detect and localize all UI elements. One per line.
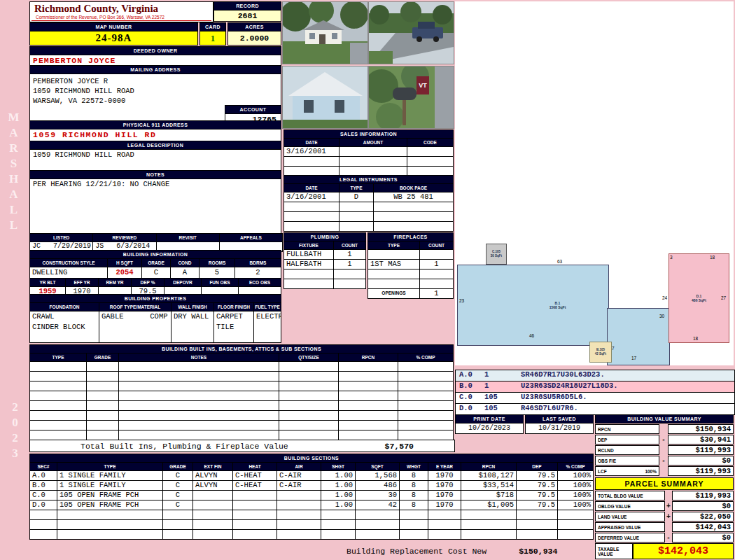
ps-op bbox=[665, 522, 672, 532]
photo-side-thumbnail[interactable] bbox=[282, 66, 368, 129]
col-fireplace-type: TYPE bbox=[368, 241, 419, 249]
sketch-dim: 30 bbox=[659, 314, 664, 318]
empty-cell bbox=[374, 202, 453, 211]
photo-street-thumbnail[interactable] bbox=[368, 1, 454, 64]
code-num: 105 bbox=[484, 393, 521, 403]
empty-cell bbox=[119, 401, 279, 410]
col-fixture: FIXTURE bbox=[284, 241, 333, 249]
legal-description-box: LEGAL DESCRIPTION 1059 RICHMOND HILL ROA… bbox=[29, 141, 281, 171]
empty-cell bbox=[517, 510, 557, 519]
empty-cell bbox=[558, 520, 593, 529]
empty-cell bbox=[163, 520, 192, 529]
empty-cell bbox=[87, 421, 118, 430]
empty-cell bbox=[398, 421, 453, 430]
empty-cell bbox=[87, 430, 118, 440]
empty-cell bbox=[339, 421, 398, 430]
fireplace-count-value: 1 bbox=[420, 260, 453, 269]
empty-cell bbox=[279, 411, 338, 420]
empty-cell bbox=[233, 510, 276, 519]
empty-cell bbox=[321, 520, 355, 529]
bs-grade: C bbox=[163, 491, 192, 500]
building-value-summary-title: BUILDING VALUE SUMMARY bbox=[595, 414, 734, 424]
sketch-code-row-b: B.0 1 U23R63SD24R18U27L18D3. bbox=[456, 382, 734, 393]
footer-note: Building Replacement Cost New $150,934 bbox=[346, 547, 557, 556]
empty-cell bbox=[279, 362, 338, 371]
empty-cell bbox=[400, 510, 428, 519]
built-ins-total-row: Total Built Ins, Plumbing & Fireplace Va… bbox=[29, 440, 455, 452]
flag-text: VT bbox=[419, 82, 427, 89]
bvs-label: RCLND bbox=[598, 448, 614, 453]
sketch-dim: 17 bbox=[631, 356, 636, 360]
col-fuel-type: FUEL TYPE bbox=[254, 303, 281, 311]
photo-front-thumbnail[interactable] bbox=[282, 1, 368, 64]
empty-cell bbox=[87, 401, 118, 410]
photo-street-image bbox=[369, 2, 454, 64]
sketch-shape-c105: C.105 30 SqFt bbox=[486, 244, 507, 265]
col-extfin: EXT FIN bbox=[193, 463, 232, 470]
bs-dep: 79.5 bbox=[517, 481, 557, 490]
fuel-type-value: ELECTRIC bbox=[254, 312, 281, 342]
code-num: 1 bbox=[484, 382, 521, 392]
mailing-address-box: MAILING ADDRESS PEMBERTON JOYCE R 1059 R… bbox=[29, 65, 281, 125]
photo-mailbox-thumbnail[interactable]: VT bbox=[368, 66, 454, 129]
code-string: R46SD7L6U7R6. bbox=[521, 404, 578, 414]
sketch-dim: 27 bbox=[721, 295, 726, 300]
fireplace-type-value: 1ST MAS bbox=[368, 260, 419, 269]
col-eyear: E YEAR bbox=[428, 463, 461, 470]
empty-cell bbox=[368, 270, 419, 279]
bvs-row-obs: OBS F/E - $0 bbox=[595, 456, 734, 465]
ps-op: + bbox=[665, 501, 672, 511]
empty-cell bbox=[279, 382, 338, 391]
col-bi-comp: % COMP bbox=[398, 354, 453, 361]
sketch-shape-d1: D.1 486 SqFt bbox=[668, 253, 729, 343]
cond-value: A bbox=[171, 267, 199, 278]
sketch-dim: 46 bbox=[529, 333, 534, 338]
bs-comp: 100% bbox=[558, 471, 593, 480]
empty-cell bbox=[119, 391, 279, 400]
empty-cell bbox=[284, 202, 339, 211]
empty-cell bbox=[87, 382, 118, 391]
openings-label: OPENINGS bbox=[368, 289, 419, 298]
empty-cell bbox=[87, 391, 118, 400]
col-grade2: GRADE bbox=[163, 463, 192, 470]
building-sections: BUILDING SECTIONS SEC# TYPE GRADE EXT FI… bbox=[29, 454, 594, 540]
code-string: SR46D7R17U30L63D23. bbox=[521, 370, 605, 381]
empty-cell bbox=[420, 279, 453, 288]
bs-sqft: 1,568 bbox=[356, 471, 399, 480]
empty-cell bbox=[279, 391, 338, 400]
physical-address-box: PHYSICAL 911 ADDRESS 1059 RICHMOND HILL … bbox=[29, 120, 281, 141]
ps-value: $142,043 bbox=[672, 522, 734, 532]
plumbing-fireplaces: PLUMBING FIXTURE COUNT FULLBATH 1 HALFBA… bbox=[284, 232, 454, 299]
empty-cell bbox=[398, 411, 453, 420]
sidebar-year-vertical: 2023 bbox=[8, 400, 22, 462]
col-bi-rpcn: RPCN bbox=[339, 354, 398, 361]
code-sec: A.0 bbox=[456, 370, 484, 381]
reviewed-label: REVIEWED bbox=[93, 234, 155, 241]
bvs-label: DEP bbox=[598, 438, 607, 442]
bs-comp: 100% bbox=[558, 481, 593, 490]
col-eff-yr: EFF YR bbox=[66, 279, 98, 286]
record-label: RECORD bbox=[214, 1, 281, 10]
empty-cell bbox=[321, 530, 355, 539]
empty-cell bbox=[119, 372, 279, 381]
bs-shgt: 1.00 bbox=[321, 481, 355, 490]
bvs-op: - bbox=[659, 456, 668, 465]
hsqft-value: 2054 bbox=[108, 267, 141, 278]
empty-cell bbox=[339, 362, 398, 371]
review-table: LISTED REVIEWED REVISIT APPEALS JC 7/29/… bbox=[29, 233, 283, 252]
construction-style-value: DWELLING bbox=[30, 267, 107, 278]
last-saved-label: LAST SAVED bbox=[525, 414, 594, 424]
ps-op bbox=[665, 491, 672, 500]
fixture-2: HALFBATH bbox=[284, 260, 333, 269]
li-type-value: D bbox=[340, 192, 373, 202]
bs-rpcn: $33,514 bbox=[461, 481, 516, 490]
empty-cell bbox=[517, 530, 557, 539]
empty-cell bbox=[398, 391, 453, 400]
empty-cell bbox=[340, 157, 407, 166]
deeded-owner-box: DEEDED OWNER PEMBERTON JOYCE bbox=[29, 46, 281, 67]
appeals-label: APPEALS bbox=[220, 234, 282, 241]
empty-cell bbox=[420, 270, 453, 279]
bs-shgt: 1.00 bbox=[321, 491, 355, 500]
col-li-date: DATE bbox=[284, 184, 339, 192]
empty-cell bbox=[163, 530, 192, 539]
